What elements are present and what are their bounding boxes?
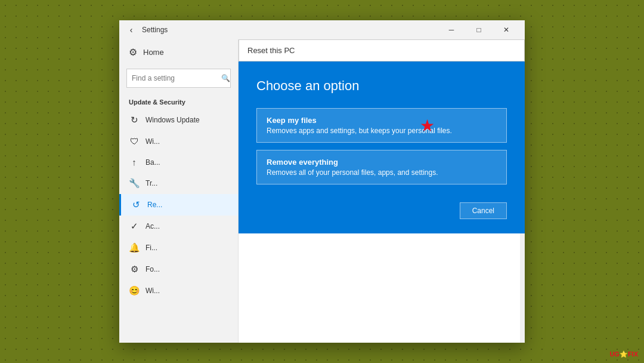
sidebar-item-label: Fi...	[145, 244, 157, 252]
keep-files-title: Keep my files	[267, 116, 497, 125]
sidebar-item-label: Tr...	[145, 179, 157, 187]
dialog-title: Choose an option	[256, 78, 507, 94]
sidebar: ⚙ Home 🔍 Update & Security ↻ Windows Upd…	[119, 39, 239, 343]
sidebar-item-for-devs[interactable]: ⚙ Fo...	[119, 259, 238, 280]
watermark-star: ⭐	[620, 350, 628, 358]
shield-icon: 🛡	[129, 136, 140, 146]
sidebar-section-label: Update & Security	[119, 95, 238, 109]
sidebar-item-label: Windows Update	[145, 116, 200, 124]
remove-everything-desc: Removes all of your personal files, apps…	[267, 168, 497, 177]
settings-window: ‹ Settings ─ □ ✕ ⚙ Home 🔍 Update & Secur…	[119, 20, 525, 343]
window-body: ⚙ Home 🔍 Update & Security ↻ Windows Upd…	[119, 39, 525, 343]
blue-dialog: Choose an option Keep my files Removes a…	[239, 61, 525, 233]
remove-everything-title: Remove everything	[267, 158, 497, 167]
sidebar-item-find-device[interactable]: 🔔 Fi...	[119, 237, 238, 259]
sidebar-item-label: Wi...	[145, 137, 160, 146]
sidebar-item-windows-defender[interactable]: 🛡 Wi...	[119, 131, 238, 152]
sidebar-item-label: Ba...	[145, 158, 160, 167]
remove-everything-button[interactable]: Remove everything Removes all of your pe…	[256, 150, 507, 184]
back-button[interactable]: ‹	[124, 23, 138, 37]
maximize-button[interactable]: □	[465, 20, 493, 39]
recovery-icon: ↺	[131, 199, 141, 210]
keep-files-desc: Removes apps and settings, but keeps you…	[267, 127, 497, 135]
update-icon: ↻	[129, 115, 140, 125]
sidebar-item-windows-insider[interactable]: 😊 Wi...	[119, 280, 238, 302]
dialog-overlay: Reset this PC Choose an option Keep my f…	[239, 39, 525, 343]
window-controls: ─ □ ✕	[438, 20, 520, 39]
sidebar-item-recovery[interactable]: ↺ Re...	[119, 194, 238, 216]
sidebar-item-label: Fo...	[145, 265, 160, 273]
main-panel: Recovery Reset this PC If your PC isn't …	[239, 39, 525, 343]
troubleshoot-icon: 🔧	[129, 178, 140, 189]
watermark-text2: FIX	[628, 350, 638, 358]
sidebar-item-label: Ac...	[145, 222, 160, 230]
sidebar-item-backup[interactable]: ↑ Ba...	[119, 152, 238, 173]
title-bar: ‹ Settings ─ □ ✕	[119, 20, 525, 39]
close-button[interactable]: ✕	[493, 20, 520, 39]
home-label: Home	[143, 48, 164, 57]
watermark: UG⭐FIX	[609, 350, 638, 358]
sidebar-item-label: Re...	[147, 201, 162, 209]
sidebar-item-troubleshoot[interactable]: 🔧 Tr...	[119, 173, 238, 194]
watermark-text1: UG	[609, 350, 620, 358]
backup-icon: ↑	[129, 157, 140, 167]
sidebar-item-windows-update[interactable]: ↻ Windows Update	[119, 109, 238, 131]
cancel-button[interactable]: Cancel	[460, 202, 507, 219]
sidebar-item-activation[interactable]: ✓ Ac...	[119, 216, 238, 237]
minimize-button[interactable]: ─	[438, 20, 465, 39]
search-icon: 🔍	[221, 74, 230, 82]
window-title: Settings	[142, 26, 438, 34]
activation-icon: ✓	[129, 221, 140, 232]
search-box[interactable]: 🔍	[126, 69, 231, 88]
reset-bar: Reset this PC	[239, 39, 525, 61]
insider-icon: 😊	[129, 285, 140, 296]
devs-icon: ⚙	[129, 264, 140, 275]
sidebar-home[interactable]: ⚙ Home	[119, 39, 238, 65]
search-input[interactable]	[132, 74, 221, 82]
keep-files-button[interactable]: Keep my files Removes apps and settings,…	[256, 108, 507, 143]
dialog-footer: Cancel	[256, 202, 507, 219]
sidebar-item-label: Wi...	[145, 287, 160, 295]
reset-bar-label: Reset this PC	[247, 46, 295, 55]
find-icon: 🔔	[129, 242, 140, 253]
gear-icon: ⚙	[129, 47, 137, 58]
